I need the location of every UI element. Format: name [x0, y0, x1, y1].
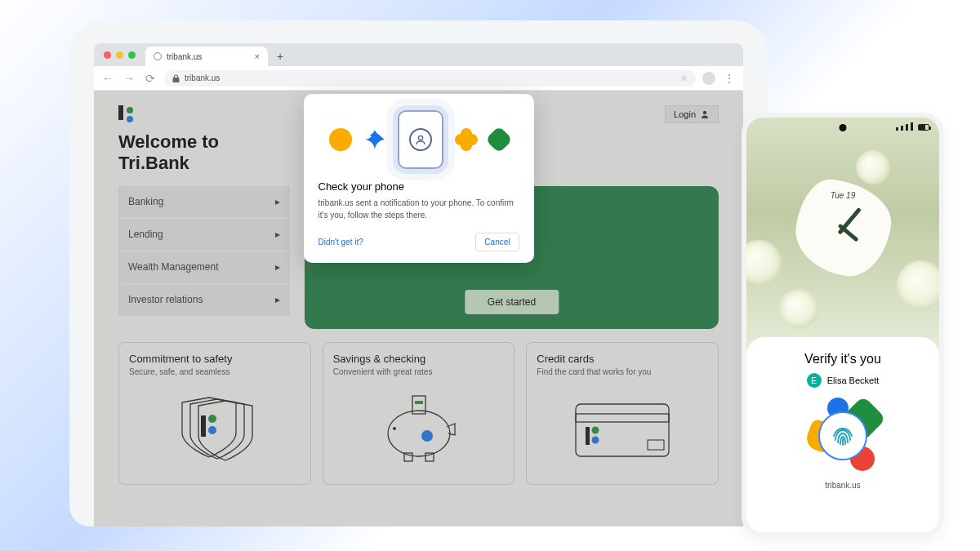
- battery-icon: [918, 124, 929, 131]
- url-field[interactable]: tribank.us ☆: [164, 70, 696, 87]
- forward-icon[interactable]: →: [122, 72, 136, 85]
- verify-domain: tribank.us: [758, 481, 928, 490]
- close-icon[interactable]: ×: [255, 51, 260, 61]
- passkey-modal: Check your phone tribank.us sent a notif…: [304, 94, 534, 263]
- front-camera-icon: [840, 124, 847, 131]
- shape-burst-icon: [363, 128, 386, 151]
- tab-title: tribank.us: [167, 52, 202, 61]
- avatar: E: [807, 373, 822, 388]
- clock-date: Tue 19: [831, 191, 855, 200]
- window-traffic-lights: [102, 43, 140, 66]
- help-link[interactable]: Didn't get it?: [318, 238, 363, 247]
- verify-title: Verify it's you: [758, 352, 928, 367]
- account-row[interactable]: E Elisa Beckett: [758, 373, 928, 388]
- user-outline-icon: [409, 128, 432, 151]
- back-icon[interactable]: ←: [100, 72, 115, 85]
- shape-quatrefoil-icon: [455, 128, 478, 151]
- tab-strip: tribank.us × +: [94, 43, 743, 66]
- fingerprint-icon: [818, 411, 867, 460]
- browser-tab[interactable]: tribank.us ×: [145, 47, 268, 66]
- star-icon[interactable]: ☆: [680, 73, 688, 82]
- phone-outline-icon: [398, 110, 443, 169]
- modal-description: tribank.us sent a notification to your p…: [318, 198, 519, 221]
- browser-window: tribank.us × + ← → ⟳ tribank.us ☆ ⋮: [94, 43, 743, 527]
- globe-icon: [154, 52, 162, 60]
- phone-frame: Tue 19 Verify it's you E Elisa Beckett: [742, 113, 944, 537]
- address-bar: ← → ⟳ tribank.us ☆ ⋮: [94, 66, 743, 91]
- new-tab-button[interactable]: +: [271, 47, 289, 65]
- modal-illustration: [318, 110, 519, 169]
- page-viewport: Login Welcome toTri.Bank Banking▸ Lendin…: [94, 91, 743, 527]
- status-bar: [896, 122, 929, 131]
- cancel-button[interactable]: Cancel: [475, 233, 519, 251]
- modal-title: Check your phone: [318, 180, 519, 193]
- reload-icon[interactable]: ⟳: [143, 72, 158, 85]
- maximize-dot-icon[interactable]: [128, 51, 136, 59]
- profile-icon[interactable]: [702, 72, 715, 85]
- laptop-frame: tribank.us × + ← → ⟳ tribank.us ☆ ⋮: [69, 20, 768, 527]
- lock-icon: [172, 74, 180, 82]
- verify-sheet: Verify it's you E Elisa Beckett: [746, 337, 939, 532]
- kebab-menu-icon[interactable]: ⋮: [722, 72, 737, 85]
- clock-widget: Tue 19: [794, 180, 892, 278]
- phone-wallpaper: Tue 19: [746, 118, 939, 358]
- svg-point-17: [418, 136, 422, 140]
- shape-circle-icon: [329, 128, 352, 151]
- minimize-dot-icon[interactable]: [116, 51, 123, 59]
- user-name: Elisa Beckett: [827, 375, 880, 385]
- fingerprint-target[interactable]: [806, 399, 880, 473]
- url-text: tribank.us: [185, 73, 220, 82]
- close-dot-icon[interactable]: [104, 51, 111, 59]
- shape-diamond-icon: [485, 126, 513, 153]
